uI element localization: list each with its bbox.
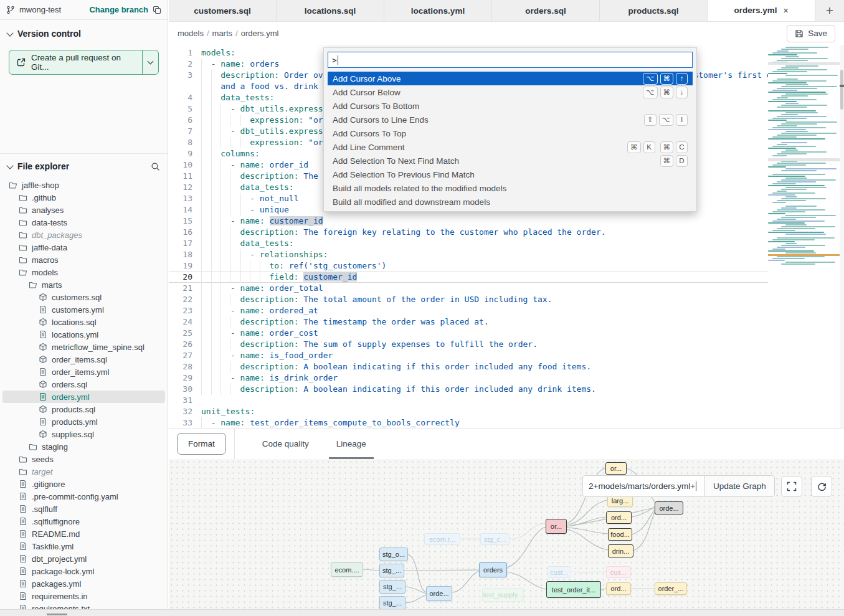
code-line-25[interactable]: 25- name: order_cost — [169, 328, 840, 339]
lineage-node-orde-[interactable]: orde... — [426, 586, 452, 601]
code-line-27[interactable]: 27- name: is_food_order — [169, 350, 840, 361]
tab-customers.sql[interactable]: customers.sql — [169, 0, 277, 21]
file-tree-item-requirements.in[interactable]: requirements.in — [2, 590, 165, 602]
file-tree-item-package-lock.yml[interactable]: package-lock.yml — [2, 565, 165, 577]
tab-orders.sql[interactable]: orders.sql — [492, 0, 600, 21]
file-tree-item-order_items.sql[interactable]: order_items.sql — [2, 353, 165, 366]
file-tree-item-models[interactable]: models — [2, 266, 165, 278]
file-tree-item-Taskfile.yml[interactable]: Taskfile.yml — [2, 540, 165, 552]
lineage-node-orde-[interactable]: orde... — [655, 501, 683, 514]
code-line-15[interactable]: 15- name: customer_id — [169, 216, 840, 227]
lineage-node-drin-[interactable]: drin... — [608, 544, 633, 557]
file-tree-item-orders.sql[interactable]: orders.sql — [2, 378, 165, 391]
lineage-node-or-[interactable]: or... — [605, 462, 627, 475]
file-tree-item-supplies.sql[interactable]: supplies.sql — [2, 428, 165, 440]
code-line-32[interactable]: 32unit_tests: — [169, 406, 840, 417]
palette-item-add-line-comment[interactable]: Add Line Comment⌘K⌘C — [328, 140, 693, 154]
lineage-node-stg_o-[interactable]: stg_o... — [379, 547, 408, 561]
file-tree-item-dbt_packages[interactable]: dbt_packages — [2, 229, 165, 241]
lineage-node-test_supply-[interactable]: test_supply... — [482, 588, 524, 602]
file-tree-item-.sqlfluff[interactable]: .sqlfluff — [2, 503, 165, 515]
copy-icon[interactable] — [153, 6, 161, 14]
file-tree-item-target[interactable]: target — [2, 465, 165, 478]
file-tree-item-locations.yml[interactable]: locations.yml — [2, 328, 165, 341]
lineage-node-order_-[interactable]: order_... — [655, 582, 687, 595]
lineage-node-ord-[interactable]: ord... — [606, 582, 631, 595]
palette-item-add-cursors-to-line-ends[interactable]: Add Cursors to Line Ends⇧⌥I — [328, 113, 693, 126]
lineage-node-stg_-[interactable]: stg_... — [379, 580, 405, 594]
file-explorer-header[interactable]: File explorer — [0, 153, 168, 176]
code-line-28[interactable]: 28description: A boolean indicating if t… — [169, 361, 840, 372]
file-tree-item-data-tests[interactable]: data-tests — [2, 216, 165, 229]
file-tree-item-products.sql[interactable]: products.sql — [2, 403, 165, 415]
create-pr-button[interactable]: Create a pull request on Git... — [9, 50, 142, 74]
code-line-23[interactable]: 23- name: ordered_at — [169, 305, 840, 316]
code-line-20[interactable]: 20field: customer_id — [169, 272, 840, 283]
file-tree-item-.github[interactable]: .github — [2, 191, 165, 204]
search-icon[interactable] — [151, 162, 160, 171]
code-line-16[interactable]: 16description: The foreign key relating … — [169, 227, 840, 238]
code-line-26[interactable]: 26description: The sum of supply expense… — [169, 339, 840, 350]
lineage-selector-input[interactable]: 2+models/marts/orders.yml+ — [582, 475, 704, 497]
file-tree-item-marts[interactable]: marts — [2, 278, 165, 291]
lineage-node-stg_-[interactable]: stg_... — [379, 596, 405, 609]
version-control-header[interactable]: Version control — [0, 20, 168, 44]
palette-item-add-cursor-below[interactable]: Add Cursor Below⌥⌘↓ — [328, 85, 693, 99]
file-tree-item-README.md[interactable]: README.md — [2, 528, 165, 540]
code-line-17[interactable]: 17data_tests: — [169, 238, 840, 249]
create-pr-dropdown[interactable] — [142, 50, 158, 74]
code-line-19[interactable]: 19to: ref('stg_customers') — [169, 260, 840, 272]
file-tree-item-jaffle-shop[interactable]: jaffle-shop — [2, 179, 165, 191]
code-editor[interactable]: 1models:2- name: orders3description: Ord… — [169, 45, 844, 429]
editor-scrollbar[interactable] — [840, 45, 844, 429]
code-line-18[interactable]: 18- relationships: — [169, 249, 840, 260]
palette-item-add-cursor-above[interactable]: Add Cursor Above⌥⌘↑ — [328, 72, 693, 85]
file-tree-item-customers.yml[interactable]: customers.yml — [2, 303, 165, 316]
file-tree-item-staging[interactable]: staging — [2, 440, 165, 453]
palette-item-build-all-modified-and-downstream-models[interactable]: Build all modified and downstream models — [328, 195, 693, 209]
lineage-node-ecom-[interactable]: ecom.... — [331, 562, 363, 577]
file-tree-item-analyses[interactable]: analyses — [2, 204, 165, 216]
file-tree-item-customers.sql[interactable]: customers.sql — [2, 291, 165, 303]
code-line-22[interactable]: 22description: The total amount of the o… — [169, 294, 840, 305]
code-line-21[interactable]: 21- name: order_total — [169, 283, 840, 294]
format-button[interactable]: Format — [177, 433, 226, 455]
lineage-node-stg_c-[interactable]: stg_c... — [480, 533, 510, 545]
fullscreen-button[interactable] — [781, 476, 802, 497]
file-tree-item-locations.sql[interactable]: locations.sql — [2, 316, 165, 328]
bottom-tab-lineage[interactable]: Lineage — [336, 429, 366, 459]
lineage-canvas[interactable]: ecom....stg_o...stg_...stg_...stg_...ord… — [169, 459, 844, 609]
command-palette-input[interactable]: > — [328, 52, 693, 68]
scrollbar-thumb[interactable] — [840, 70, 843, 110]
palette-item-add-cursors-to-bottom[interactable]: Add Cursors To Bottom — [328, 99, 693, 113]
close-icon[interactable]: × — [783, 6, 788, 16]
file-tree-item-order_items.yml[interactable]: order_items.yml — [2, 366, 165, 378]
lineage-node-orders[interactable]: orders — [479, 562, 507, 577]
palette-item-build-all-models-related-to-the-modified-models[interactable]: Build all models related to the modified… — [328, 181, 693, 195]
tab-products.sql[interactable]: products.sql — [600, 0, 708, 21]
horizontal-scrollbar-thumb[interactable] — [47, 614, 67, 615]
update-graph-button[interactable]: Update Graph — [704, 475, 775, 497]
file-tree-item-orders.yml[interactable]: orders.yml — [2, 391, 165, 403]
lineage-node-ord-[interactable]: ord... — [606, 511, 632, 524]
breadcrumb-part[interactable]: marts — [212, 29, 233, 38]
lineage-node-ecom-r-[interactable]: ecom.r... — [424, 533, 460, 545]
save-button[interactable]: Save — [787, 25, 835, 42]
code-line-24[interactable]: 24description: The timestamp the order w… — [169, 316, 840, 328]
file-tree-item-products.yml[interactable]: products.yml — [2, 415, 165, 428]
file-tree-item-jaffle-data[interactable]: jaffle-data — [2, 241, 165, 254]
new-tab-button[interactable]: + — [815, 0, 844, 21]
file-tree-item-.pre-commit-config.yaml[interactable]: .pre-commit-config.yaml — [2, 490, 165, 503]
bottom-tab-code-quality[interactable]: Code quality — [262, 429, 309, 459]
palette-item-add-cursors-to-top[interactable]: Add Cursors To Top — [328, 126, 693, 140]
tab-orders.yml[interactable]: orders.yml× — [708, 0, 815, 21]
file-tree-item-.sqlfluffignore[interactable]: .sqlfluffignore — [2, 515, 165, 528]
file-tree-item-macros[interactable]: macros — [2, 254, 165, 266]
lineage-node-test_order_it-[interactable]: test_order_it... — [546, 581, 601, 598]
tab-locations.yml[interactable]: locations.yml — [384, 0, 492, 21]
change-branch-link[interactable]: Change branch — [89, 5, 148, 14]
refresh-button[interactable] — [811, 476, 832, 497]
lineage-node-cus-[interactable]: cus... — [606, 566, 631, 578]
file-tree-item-.gitignore[interactable]: .gitignore — [2, 478, 165, 490]
minimap[interactable] — [768, 45, 840, 283]
